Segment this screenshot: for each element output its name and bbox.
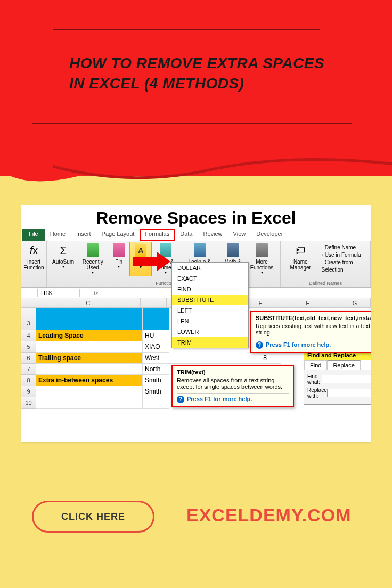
cell-c5[interactable] xyxy=(36,341,143,353)
cell-c9[interactable] xyxy=(36,386,143,397)
book-blue-icon xyxy=(192,243,207,258)
recently-used-button[interactable]: Recently Used xyxy=(77,242,108,276)
red-arrow-icon xyxy=(133,252,170,271)
row-5-header[interactable]: 5 xyxy=(21,341,36,353)
book-navy-icon xyxy=(225,243,240,258)
divider-top xyxy=(53,29,320,30)
tab-formulas[interactable]: Formulas xyxy=(140,229,175,241)
trim-tooltip-help: Press F1 for more help. xyxy=(177,393,289,403)
cell-d8[interactable]: Smith xyxy=(143,375,169,386)
dd-left[interactable]: LEFT xyxy=(172,305,248,316)
insert-function-button[interactable]: fx Insert Function xyxy=(23,242,44,272)
cell-c8[interactable]: Extra in-between spaces xyxy=(36,375,143,386)
fx-label: fx xyxy=(94,290,99,296)
cell-c6[interactable]: Trailing space xyxy=(36,353,143,364)
tab-file[interactable]: File xyxy=(22,229,45,241)
replace-with-input[interactable] xyxy=(327,389,371,397)
col-f[interactable]: F xyxy=(276,298,339,308)
cell-d5[interactable]: XIAO xyxy=(143,341,169,353)
defined-names-items: Define Name Use in Formula Create from S… xyxy=(318,242,368,276)
tab-review[interactable]: Review xyxy=(198,229,227,241)
find-what-input[interactable] xyxy=(322,375,371,383)
excel-heading: Remove Spaces in Excel xyxy=(21,205,371,229)
site-name: EXCELDEMY.COM xyxy=(186,505,352,526)
red-swoosh-decoration xyxy=(0,138,392,192)
cell-c10[interactable] xyxy=(36,397,143,409)
replace-with-label: Replace with: xyxy=(307,387,327,399)
excel-screenshot: Remove Spaces in Excel File Home Insert … xyxy=(21,205,371,442)
dd-trim[interactable]: TRIM xyxy=(172,337,248,348)
financial-button[interactable]: Fin xyxy=(108,242,129,276)
divider-bottom xyxy=(32,123,352,124)
create-from-selection-button[interactable]: Create from Selection xyxy=(321,259,365,274)
book-pink-icon xyxy=(111,243,126,258)
row-9-header[interactable]: 9 xyxy=(21,386,36,397)
replace-tab[interactable]: Replace xyxy=(327,360,360,370)
page-title: HOW TO REMOVE EXTRA SPACES IN EXCEL (4 M… xyxy=(69,53,325,94)
cell-d7[interactable]: North xyxy=(143,364,169,375)
trim-tooltip-body: Removes all spaces from a text string ex… xyxy=(177,377,289,390)
cell-c3[interactable] xyxy=(36,308,143,330)
dd-substitute[interactable]: SUBSTITUTE xyxy=(172,295,248,305)
dd-dollar[interactable]: DOLLAR xyxy=(172,263,248,273)
book-gray-icon xyxy=(255,243,270,258)
more-label: More Functions xyxy=(249,259,275,271)
find-what-label: Find what: xyxy=(307,373,322,385)
tab-insert[interactable]: Insert xyxy=(71,229,96,241)
substitute-tooltip: SUBSTITUTE(text,old_text,new_text,instan… xyxy=(250,311,371,353)
row-10-header[interactable]: 10 xyxy=(21,397,36,409)
row-7-header[interactable]: 7 xyxy=(21,364,36,375)
col-e[interactable]: E xyxy=(245,298,276,308)
ribbon-body: fx Insert Function Σ AutoSum Recently Us… xyxy=(21,241,371,288)
tab-data[interactable]: Data xyxy=(175,229,198,241)
more-functions-button[interactable]: More Functions xyxy=(246,242,278,276)
cell-d9[interactable]: Smith xyxy=(143,386,169,397)
tab-home[interactable]: Home xyxy=(45,229,71,241)
name-box[interactable]: H18 xyxy=(37,289,80,297)
defined-names-label: Defined Names xyxy=(283,280,368,286)
cell-e6[interactable]: 8 xyxy=(249,353,281,364)
dd-exact[interactable]: EXACT xyxy=(172,273,248,284)
click-here-button[interactable]: CLICK HERE xyxy=(32,501,154,533)
cell-c4[interactable]: Leading Space xyxy=(36,330,143,341)
substitute-tooltip-body: Replaces existing text with new text in … xyxy=(256,323,371,336)
tag-icon: 🏷 xyxy=(293,243,308,258)
row-4-header[interactable]: 4 xyxy=(21,330,36,341)
text-functions-dropdown: DOLLAR EXACT FIND SUBSTITUTE LEFT LEN LO… xyxy=(172,262,249,348)
find-tab[interactable]: Find xyxy=(304,360,327,370)
substitute-tooltip-help: Press F1 for more help. xyxy=(256,339,371,349)
col-g[interactable]: G xyxy=(339,298,371,308)
dd-lower[interactable]: LOWER xyxy=(172,326,248,337)
cell-d10[interactable] xyxy=(143,397,169,409)
substitute-tooltip-title: SUBSTITUTE(text,old_text,new_text,instan… xyxy=(256,315,371,321)
dd-find[interactable]: FIND xyxy=(172,284,248,295)
ribbon-tabs: File Home Insert Page Layout Formulas Da… xyxy=(21,229,371,241)
cell-d4[interactable]: HU xyxy=(143,330,169,341)
cell-d6[interactable]: West xyxy=(143,353,169,364)
autosum-button[interactable]: Σ AutoSum xyxy=(49,242,77,276)
book-green-icon xyxy=(85,243,100,258)
fx-icon: fx xyxy=(27,243,42,258)
tab-developer[interactable]: Developer xyxy=(251,229,288,241)
row-6-header[interactable]: 6 xyxy=(21,353,36,364)
trim-tooltip-title: TRIM(text) xyxy=(177,369,289,375)
cell-dd6[interactable] xyxy=(169,353,249,364)
recently-used-label: Recently Used xyxy=(80,259,105,271)
col-d[interactable] xyxy=(141,298,167,308)
select-all-corner[interactable] xyxy=(21,298,36,308)
cell-d3[interactable] xyxy=(143,308,169,330)
financial-label: Fin xyxy=(115,259,123,265)
dd-len[interactable]: LEN xyxy=(172,316,248,326)
col-c[interactable]: C xyxy=(36,298,141,308)
row-3-header[interactable]: 3 xyxy=(21,308,36,330)
tab-view[interactable]: View xyxy=(228,229,251,241)
name-manager-button[interactable]: 🏷 Name Manager xyxy=(283,242,318,276)
cell-c7[interactable] xyxy=(36,364,143,375)
trim-tooltip: TRIM(text) Removes all spaces from a tex… xyxy=(172,365,294,407)
define-name-button[interactable]: Define Name xyxy=(321,244,365,251)
autosum-label: AutoSum xyxy=(52,259,74,265)
use-in-formula-button[interactable]: Use in Formula xyxy=(321,251,365,259)
find-replace-dialog: Find and Replace Find Replace Find what:… xyxy=(304,350,371,405)
tab-page-layout[interactable]: Page Layout xyxy=(96,229,140,241)
row-8-header[interactable]: 8 xyxy=(21,375,36,386)
